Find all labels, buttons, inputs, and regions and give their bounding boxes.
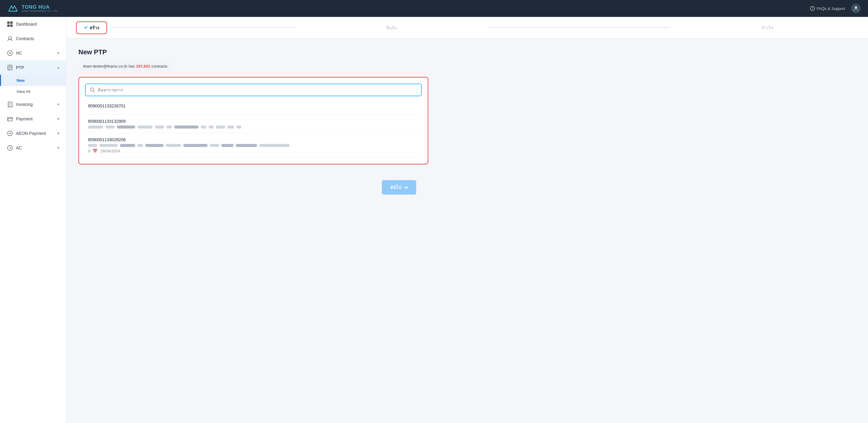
step-divider-2 bbox=[489, 27, 671, 28]
sidebar-item-invoicing[interactable]: Invoicing ▼ bbox=[0, 97, 66, 112]
meta-block bbox=[137, 144, 143, 147]
question-icon: ? bbox=[810, 6, 815, 11]
ac-icon bbox=[7, 145, 13, 151]
user-icon bbox=[853, 6, 859, 11]
user-info-text: has bbox=[128, 64, 135, 68]
svg-point-23 bbox=[91, 88, 94, 91]
aeon-payment-icon bbox=[7, 130, 13, 137]
svg-rect-8 bbox=[7, 25, 10, 27]
search-input-wrapper[interactable] bbox=[85, 84, 422, 96]
meta-block bbox=[145, 144, 163, 147]
meta-block bbox=[174, 125, 198, 128]
zero-count: 0 bbox=[88, 149, 90, 153]
meta-block bbox=[227, 125, 234, 128]
sidebar-item-ac[interactable]: AC ▼ bbox=[0, 141, 66, 155]
topnav-right: ? FAQs & Support bbox=[810, 4, 861, 13]
payment-expand-icon: ▼ bbox=[57, 117, 60, 121]
meta-block bbox=[183, 144, 208, 147]
page-title: New PTP bbox=[79, 48, 856, 56]
faqs-support-button[interactable]: ? FAQs & Support bbox=[810, 6, 845, 11]
hc-expand-icon: ▼ bbox=[57, 51, 60, 55]
contract-number-3: 8590001133028206 bbox=[88, 137, 418, 142]
step-confirm: ยืนยัน bbox=[301, 25, 483, 31]
svg-point-5 bbox=[855, 6, 857, 9]
aeon-payment-expand-icon: ▼ bbox=[57, 131, 60, 135]
search-input[interactable] bbox=[98, 88, 417, 92]
search-panel: 8590001133226701 8590001133132909 bbox=[79, 77, 428, 164]
next-button[interactable]: ต่อไป ➔ bbox=[382, 180, 416, 194]
meta-block bbox=[88, 125, 103, 128]
sidebar-item-ptp[interactable]: PTP ▲ bbox=[0, 60, 66, 75]
meta-block bbox=[210, 144, 219, 147]
contract-meta-3 bbox=[88, 144, 418, 147]
sidebar-subitem-new[interactable]: New bbox=[0, 75, 66, 86]
meta-block bbox=[166, 125, 172, 128]
sidebar-item-payment[interactable]: Payment ▼ bbox=[0, 112, 66, 126]
contract-item-2[interactable]: 8590001133132909 bbox=[85, 115, 422, 133]
sidebar-item-hc[interactable]: HC ▼ bbox=[0, 46, 66, 60]
svg-line-24 bbox=[93, 91, 95, 92]
payment-icon bbox=[7, 116, 13, 122]
contract-item-1[interactable]: 8590001133226701 bbox=[85, 99, 422, 115]
meta-block bbox=[201, 125, 206, 128]
sidebar: Dashboard Contracts HC ▼ bbox=[0, 17, 66, 423]
meta-block bbox=[209, 125, 214, 128]
contract-number-2: 8590001133132909 bbox=[88, 119, 418, 124]
meta-block bbox=[117, 125, 135, 128]
top-navigation: TONG HUA ASSET MANAGEMENT CO., LTD. ? FA… bbox=[0, 0, 868, 17]
svg-text:?: ? bbox=[812, 7, 813, 10]
ptp-icon bbox=[7, 65, 13, 70]
meta-block bbox=[137, 125, 153, 128]
stepper: ✔ สร้าง ยืนยัน สำเร็จ bbox=[66, 17, 868, 39]
brand-name: TONG HUA ASSET MANAGEMENT CO., LTD. bbox=[22, 4, 58, 12]
hc-icon bbox=[7, 50, 13, 56]
contract-meta-2 bbox=[88, 125, 418, 128]
meta-block bbox=[120, 144, 135, 147]
contract-date-row: 0 📅 28/04/2024 bbox=[88, 149, 418, 153]
meta-block bbox=[166, 144, 181, 147]
sidebar-item-dashboard[interactable]: Dashboard bbox=[0, 17, 66, 31]
next-arrow-icon: ➔ bbox=[404, 185, 408, 190]
svg-rect-9 bbox=[10, 25, 13, 27]
user-info-bar: tham-tester@thamc.co.th has 157,021 cont… bbox=[79, 62, 172, 71]
step-check-icon: ✔ bbox=[84, 25, 88, 30]
meta-block bbox=[105, 125, 115, 128]
search-icon bbox=[90, 87, 95, 93]
sidebar-item-contracts[interactable]: Contracts bbox=[0, 31, 66, 46]
calendar-icon: 📅 bbox=[93, 149, 97, 153]
step-create: ✔ สร้าง bbox=[76, 22, 107, 34]
step-success: สำเร็จ bbox=[677, 25, 858, 31]
invoicing-icon bbox=[7, 101, 13, 108]
logo-area: TONG HUA ASSET MANAGEMENT CO., LTD. bbox=[7, 3, 58, 14]
invoicing-expand-icon: ▼ bbox=[57, 102, 60, 106]
dashboard-icon bbox=[7, 21, 13, 27]
meta-block bbox=[155, 125, 164, 128]
meta-block bbox=[99, 144, 118, 147]
meta-block bbox=[237, 125, 241, 128]
logo-icon bbox=[7, 3, 19, 14]
contract-count: 157,021 bbox=[136, 64, 150, 68]
sidebar-item-aeon-payment[interactable]: AEON Payment ▼ bbox=[0, 126, 66, 141]
content-area: New PTP tham-tester@thamc.co.th has 157,… bbox=[66, 39, 868, 174]
contract-item-3[interactable]: 8590001133028206 bbox=[85, 133, 422, 158]
contracts-word: contracts bbox=[151, 64, 167, 68]
meta-block bbox=[259, 144, 289, 147]
contracts-icon bbox=[7, 36, 13, 42]
ac-expand-icon: ▼ bbox=[57, 146, 60, 150]
svg-rect-7 bbox=[10, 22, 13, 24]
user-avatar[interactable] bbox=[851, 4, 861, 13]
svg-rect-6 bbox=[7, 22, 10, 24]
actions-row: ต่อไป ➔ bbox=[66, 174, 428, 201]
ptp-collapse-icon: ▲ bbox=[57, 66, 60, 69]
meta-block bbox=[216, 125, 225, 128]
step-divider-1 bbox=[113, 27, 295, 28]
main-content: ✔ สร้าง ยืนยัน สำเร็จ New PTP tham-teste… bbox=[66, 17, 868, 423]
user-email: tham-tester@thamc.co.th bbox=[83, 64, 127, 68]
contract-number-1: 8590001133226701 bbox=[88, 103, 418, 108]
meta-block bbox=[88, 144, 97, 147]
svg-rect-18 bbox=[7, 117, 12, 121]
contract-date: 28/04/2024 bbox=[100, 149, 120, 153]
meta-block bbox=[221, 144, 234, 147]
meta-block bbox=[236, 144, 257, 147]
sidebar-subitem-view-all[interactable]: View All bbox=[0, 86, 66, 97]
